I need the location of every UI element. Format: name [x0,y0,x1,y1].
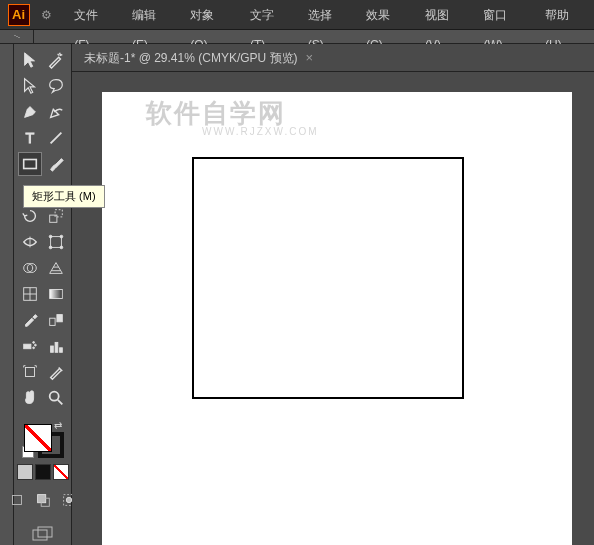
app-logo: Ai [4,0,33,30]
menu-edit[interactable]: 编辑(E) [122,0,180,30]
menu-help[interactable]: 帮助(H) [535,0,594,30]
lasso-tool[interactable] [44,74,68,98]
svg-rect-23 [50,346,53,352]
menu-file[interactable]: 文件(F) [64,0,122,30]
svg-point-31 [49,392,58,401]
doc-tab-bar: 未标题-1* @ 29.41% (CMYK/GPU 预览) × [72,44,594,72]
svg-rect-6 [50,237,61,248]
workspace: 未标题-1* @ 29.41% (CMYK/GPU 预览) × 软件自学网 WW… [72,44,594,545]
panel-toggle[interactable] [0,30,34,43]
rectangle-artwork[interactable] [192,157,464,399]
menu-view[interactable]: 视图(V) [415,0,473,30]
svg-rect-17 [49,318,54,325]
screen-mode-button[interactable] [31,526,55,545]
mesh-tool[interactable] [18,282,42,306]
paintbrush-tool[interactable] [44,152,68,176]
direct-selection-tool[interactable] [18,74,42,98]
svg-line-1 [50,133,61,144]
menu-window[interactable]: 窗口(W) [473,0,535,30]
menu-object[interactable]: 对象(O) [180,0,240,30]
zo-
-tool[interactable] [44,386,68,410]
watermark-text: 软件自学网 [146,96,286,131]
gear-icon[interactable]: ⚙ [41,8,52,22]
svg-rect-25 [59,348,62,353]
fill-stroke-preview[interactable]: ⇄ [22,420,64,458]
close-icon[interactable]: × [306,44,314,72]
column-graph-tool[interactable] [44,334,68,358]
draw-behind-icon[interactable] [31,488,55,512]
pen-tool[interactable] [18,100,42,124]
menu-effect[interactable]: 效果(C) [356,0,415,30]
color-mode-color[interactable] [17,464,33,480]
svg-rect-4 [55,210,62,217]
svg-point-22 [32,347,34,349]
svg-rect-33 [12,496,21,505]
color-section: ⇄ [5,420,81,545]
doc-tab[interactable]: 未标题-1* @ 29.41% (CMYK/GPU 预览) × [72,44,325,72]
svg-rect-39 [38,527,52,537]
swap-fill-stroke-icon[interactable]: ⇄ [54,420,62,431]
watermark-sub: WWW.RJZXW.COM [202,126,319,137]
magic-wand-tool[interactable] [44,48,68,72]
svg-point-8 [60,235,63,238]
draw-normal-icon[interactable] [5,488,29,512]
app-logo-text: Ai [8,4,30,26]
svg-text:T: T [25,130,34,146]
menu-type[interactable]: 文字(T) [240,0,298,30]
svg-rect-18 [56,315,61,322]
gradient-tool[interactable] [44,282,68,306]
toolbar: T [14,44,72,545]
svg-point-21 [34,344,36,346]
menubar: 文件(F) 编辑(E) 对象(O) 文字(T) 选择(S) 效果(C) 视图(V… [64,0,594,30]
menu-select[interactable]: 选择(S) [298,0,356,30]
svg-point-37 [66,497,71,502]
svg-rect-3 [49,215,56,222]
shape-builder-tool[interactable] [18,256,42,280]
svg-rect-26 [25,368,34,377]
titlebar: Ai ⚙ 文件(F) 编辑(E) 对象(O) 文字(T) 选择(S) 效果(C)… [0,0,594,30]
main-area: T [0,44,594,545]
svg-line-32 [57,400,62,405]
svg-rect-16 [49,290,62,299]
svg-point-7 [49,235,52,238]
line-tool[interactable] [44,126,68,150]
svg-point-20 [32,342,34,344]
slice-tool[interactable] [44,360,68,384]
color-mode-row [17,464,69,480]
eyedropper-tool[interactable] [18,308,42,332]
hand-tool[interactable] [18,386,42,410]
draw-mode-row [5,488,81,512]
svg-point-10 [60,246,63,249]
canvas-area[interactable]: 软件自学网 WWW.RJZXW.COM [72,72,594,545]
svg-rect-19 [23,344,30,349]
artboard[interactable]: 软件自学网 WWW.RJZXW.COM [102,92,572,545]
svg-point-9 [49,246,52,249]
doc-tab-label: 未标题-1* @ 29.41% (CMYK/GPU 预览) [84,44,298,72]
tooltip-rectangle: 矩形工具 (M) [23,185,105,208]
artboard-tool[interactable] [18,360,42,384]
perspective-grid-tool[interactable] [44,256,68,280]
color-mode-none[interactable] [53,464,69,480]
symbol-sprayer-tool[interactable] [18,334,42,358]
type-tool[interactable]: T [18,126,42,150]
selection-tool[interactable] [18,48,42,72]
curvature-tool[interactable] [44,100,68,124]
blend-tool[interactable] [44,308,68,332]
color-mode-gradient[interactable] [35,464,51,480]
fill-color-box[interactable] [24,424,52,452]
width-tool[interactable] [18,230,42,254]
svg-rect-38 [33,530,47,540]
free-transform-tool[interactable] [44,230,68,254]
svg-rect-34 [37,495,45,503]
svg-rect-2 [23,160,36,169]
rectangle-tool[interactable] [18,152,42,176]
svg-rect-24 [55,342,58,352]
